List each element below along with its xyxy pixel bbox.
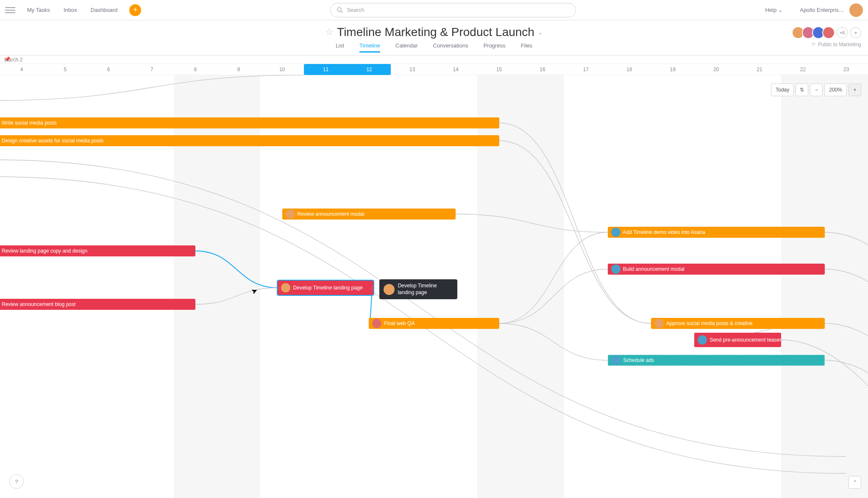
day-label: 10 [260,64,303,75]
help-fab[interactable]: ? [9,474,24,489]
project-privacy[interactable]: Public to Marketing [811,42,861,47]
day-label: 16 [521,64,564,75]
search-placeholder: Search [347,7,364,13]
day-label: 6 [87,64,130,75]
day-label: 5 [43,64,86,75]
day-label: 7 [130,64,173,75]
tab-progress[interactable]: Progress [484,42,506,53]
day-label: 9 [217,64,260,75]
menu-icon[interactable] [5,5,15,15]
chevron-down-icon[interactable]: ⌄ [538,29,543,36]
workspace-name[interactable]: Apollo Enterpris… [800,7,844,13]
zoom-level[interactable]: 200% [824,83,847,96]
day-label: 22 [781,64,824,75]
task-bar[interactable]: Design creative assets for social media … [0,135,499,146]
svg-point-3 [814,43,815,45]
tab-conversations[interactable]: Conversations [433,42,468,53]
task-title: Design creative assets for social media … [2,138,103,144]
task-bar[interactable]: Review announcement modal [282,209,456,220]
task-title: Review announcement blog post [2,301,75,307]
tab-files[interactable]: Files [521,42,532,53]
star-icon[interactable]: ☆ [325,27,334,38]
svg-point-0 [337,8,341,11]
project-members: +6 + [794,26,861,39]
day-label: 19 [651,64,694,75]
top-bar: My Tasks Inbox Dashboard + Search Help⌄ … [0,0,868,20]
task-bar[interactable]: Final web QA [369,318,499,329]
task-title: Add Timeline demo video into Asana [623,229,705,235]
day-header: 1112456789101314151617181920212223 [0,64,868,75]
task-title: Approve social media posts & creative [666,320,752,326]
day-label: 8 [174,64,217,75]
user-avatar[interactable] [849,3,863,17]
tab-timeline[interactable]: Timeline [359,42,380,53]
tab-calendar[interactable]: Calendar [395,42,418,53]
timeline-area: 📌 March 2 111245678910131415161718192021… [0,55,868,498]
task-bar[interactable]: Review announcement blog post [0,299,195,310]
task-bar[interactable]: Write social media posts [0,117,499,128]
task-title: Build announcement modal [623,266,684,272]
search-input[interactable]: Search [330,3,576,17]
task-bar[interactable]: Review landing page copy and design [0,245,195,256]
day-label: 23 [825,64,868,75]
task-title: Review announcement modal [298,211,364,217]
task-title: Schedule ads [623,357,654,363]
member-overflow[interactable]: +6 [837,27,848,38]
day-label: 20 [694,64,737,75]
assignee-avatar [611,264,620,274]
task-tooltip: Develop Timeline landing page [379,279,457,299]
timeline-toolbar: Today ⇅ − 200% + [771,83,861,96]
nav-inbox[interactable]: Inbox [64,7,77,13]
project-header: ☆ Timeline Marketing & Product Launch ⌄ … [0,20,868,55]
task-bar[interactable]: Add Timeline demo video into Asana [608,227,825,238]
tab-list[interactable]: List [336,42,344,53]
timeline-canvas[interactable]: Today ⇅ − 200% + Write social media post… [0,75,868,498]
add-button[interactable]: + [129,4,141,16]
svg-point-2 [812,43,814,45]
assignee-avatar [281,283,290,292]
day-label: 18 [608,64,651,75]
task-title: Send pre-announcement teaser email [709,337,781,343]
project-title: Timeline Marketing & Product Launch [337,25,534,39]
day-label: 4 [0,64,43,75]
pin-icon[interactable]: 📌 [4,56,11,62]
people-icon [811,42,816,47]
view-tabs: List Timeline Calendar Conversations Pro… [0,42,868,55]
task-bar[interactable]: Send pre-announcement teaser email [694,333,781,347]
nav-my-tasks[interactable]: My Tasks [27,7,50,13]
weekend-shade [781,75,868,498]
scroll-top-button[interactable]: ⌃ [849,476,861,489]
task-bar[interactable]: Schedule ads [608,355,825,366]
assignee-avatar [372,319,381,328]
task-bar[interactable]: Approve social media posts & creative [651,318,825,329]
assignee-avatar [286,209,295,219]
assignee-avatar [384,284,395,295]
day-label: 15 [477,64,520,75]
chevron-down-icon: ⌄ [778,7,783,13]
day-label: 17 [564,64,607,75]
resize-handle[interactable]: ⋮ [278,281,280,295]
task-bar[interactable]: Build announcement modal [608,264,825,275]
add-member-button[interactable]: + [850,27,861,38]
member-avatar[interactable] [822,26,835,39]
nav-links: My Tasks Inbox Dashboard [27,7,117,13]
tooltip-text: Develop Timeline landing page [398,283,453,296]
task-bar[interactable]: ⋮Develop Timeline landing page⋮ [278,281,373,295]
day-label: 13 [391,64,434,75]
today-button[interactable]: Today [771,83,794,96]
task-title: Write social media posts [2,120,57,126]
assignee-avatar [698,335,707,345]
day-label: 14 [434,64,477,75]
nav-dashboard[interactable]: Dashboard [91,7,118,13]
assignee-avatar [612,356,621,365]
resize-handle[interactable]: ⋮ [371,281,373,295]
assignee-avatar [654,319,664,328]
search-icon [337,7,343,14]
month-label: March 2 [0,56,868,64]
day-label: 21 [738,64,781,75]
expand-button[interactable]: ⇅ [796,83,808,96]
help-menu[interactable]: Help⌄ [765,7,783,13]
zoom-out-button[interactable]: − [810,83,823,96]
zoom-in-button[interactable]: + [849,83,861,96]
task-title: Develop Timeline landing page [293,285,362,291]
